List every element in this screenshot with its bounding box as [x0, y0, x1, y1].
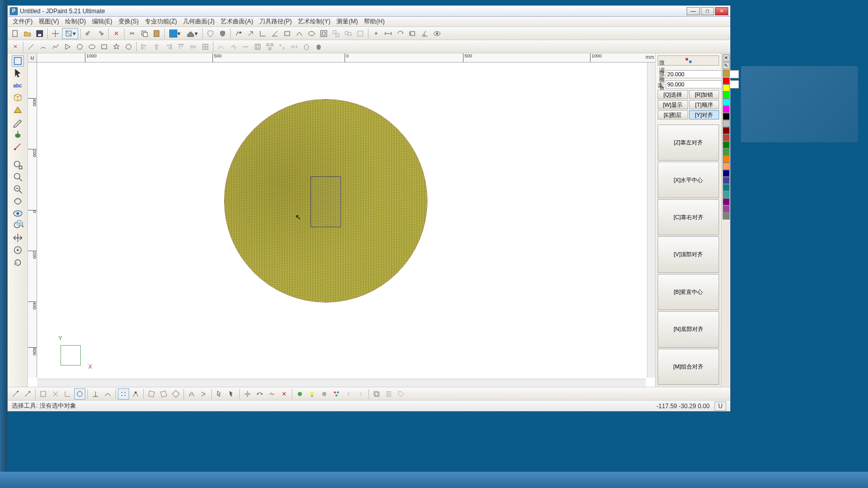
- layer-bulb-icon[interactable]: [306, 388, 318, 400]
- inset-rect-icon[interactable]: [318, 28, 329, 39]
- mirror-v-icon[interactable]: [198, 388, 209, 400]
- node-snap-icon[interactable]: [130, 388, 141, 400]
- close-doc-icon[interactable]: ✕: [10, 41, 21, 52]
- pick-arrow-fill-icon[interactable]: [226, 388, 237, 400]
- 3d-box-icon[interactable]: [12, 92, 24, 103]
- btn-align-left[interactable]: [Z]靠左对齐: [658, 125, 719, 161]
- bool-union-icon[interactable]: [301, 41, 312, 52]
- palette-close-icon[interactable]: ✕: [723, 54, 730, 62]
- color-swatch[interactable]: [723, 184, 730, 191]
- grid2-icon[interactable]: [252, 41, 263, 52]
- explode-icon[interactable]: [242, 388, 253, 400]
- snap-x-icon[interactable]: [50, 388, 61, 400]
- color-swatch[interactable]: [723, 113, 730, 120]
- zoom-out-icon[interactable]: [12, 184, 24, 195]
- color-swatch[interactable]: [723, 205, 730, 212]
- vertical-ruler[interactable]: 400 200 0 200 400 600: [28, 63, 37, 378]
- titlebar[interactable]: P Untitled - JDPaint 5.21 Ultimate — □ ✕: [8, 6, 730, 17]
- zoom-sel-icon[interactable]: 🔍: [12, 220, 24, 231]
- btn-q-select[interactable]: [Q]选择: [658, 90, 688, 99]
- align-right-icon[interactable]: [163, 41, 174, 52]
- rect-tool-icon[interactable]: [282, 28, 293, 39]
- circle-icon[interactable]: [74, 41, 85, 52]
- btn-e-layer[interactable]: [E]图层: [658, 110, 688, 119]
- menu-pro[interactable]: 专业功能(Z): [142, 16, 180, 27]
- menu-transform[interactable]: 变换(S): [115, 16, 142, 27]
- snap-corner-icon[interactable]: [62, 388, 73, 400]
- mirror-h-icon[interactable]: [186, 388, 197, 400]
- dim-angle-icon[interactable]: [419, 28, 430, 39]
- shield-outline-icon[interactable]: [205, 28, 216, 39]
- color-swatch[interactable]: [723, 141, 730, 148]
- arrow-ne-icon[interactable]: [245, 28, 256, 39]
- stack-icon[interactable]: [371, 388, 382, 400]
- color-swatch[interactable]: [723, 77, 730, 84]
- shape-tool-icon[interactable]: [12, 104, 24, 115]
- layer-dots-icon[interactable]: [331, 388, 342, 400]
- dist-h-icon[interactable]: [289, 41, 300, 52]
- rectangle-icon[interactable]: [99, 41, 110, 52]
- color-swatch[interactable]: [723, 163, 730, 170]
- align-top-icon[interactable]: [175, 41, 187, 52]
- pencil-tool-icon[interactable]: [12, 116, 24, 128]
- ellipse-icon[interactable]: [86, 41, 98, 52]
- rotate-c-icon[interactable]: [170, 388, 181, 400]
- layer-gray-icon[interactable]: [319, 388, 330, 400]
- color-swatch[interactable]: [723, 191, 730, 198]
- group-b-icon[interactable]: [343, 28, 354, 39]
- align-left-icon[interactable]: [139, 41, 150, 52]
- menu-file[interactable]: 文件(F): [10, 16, 36, 27]
- zoom-in-icon[interactable]: [12, 171, 24, 182]
- menu-geom-surface[interactable]: 几何曲面(J): [180, 16, 218, 27]
- snap-circle-icon[interactable]: [74, 388, 85, 400]
- save-file-icon[interactable]: [34, 28, 45, 39]
- group-a-icon[interactable]: [330, 28, 342, 39]
- layer-next-icon[interactable]: [355, 388, 366, 400]
- fill-color-icon[interactable]: ▾: [167, 28, 183, 39]
- color-swatch[interactable]: [723, 198, 730, 205]
- angle-icon[interactable]: [257, 28, 268, 39]
- ruler-corner[interactable]: U: [28, 53, 37, 63]
- polyline-icon[interactable]: [50, 41, 61, 52]
- grid-snap-icon[interactable]: [118, 388, 129, 400]
- angle2-icon[interactable]: [269, 28, 281, 39]
- btn-r-lock[interactable]: [R]加锁: [689, 90, 720, 99]
- perpendicular-icon[interactable]: [90, 388, 101, 400]
- list-icon[interactable]: [383, 388, 394, 400]
- menu-edit[interactable]: 编辑(E): [89, 16, 115, 27]
- pan-tool-icon[interactable]: [12, 232, 24, 243]
- refresh-icon[interactable]: [12, 257, 24, 268]
- zoom-all-icon[interactable]: [12, 245, 24, 256]
- break-icon[interactable]: [266, 388, 277, 400]
- ellipse-tool-icon[interactable]: [306, 28, 317, 39]
- cut-icon[interactable]: ✂: [127, 28, 138, 39]
- drawing-canvas[interactable]: ↖ Y X: [37, 63, 646, 378]
- btn-y-align[interactable]: [Y]对齐: [689, 110, 720, 119]
- join-icon[interactable]: [254, 388, 265, 400]
- shield-fill-icon[interactable]: [217, 28, 228, 39]
- curve-tool-icon[interactable]: [294, 28, 305, 39]
- color-swatch[interactable]: [723, 177, 730, 184]
- color-swatch[interactable]: [723, 148, 730, 156]
- btn-align-top[interactable]: [V]顶部对齐: [658, 236, 719, 272]
- color-swatch[interactable]: [723, 99, 730, 106]
- btn-align-combine[interactable]: [M]组合对齐: [658, 349, 719, 385]
- group-c-icon[interactable]: [355, 28, 366, 39]
- color-swatch[interactable]: [723, 84, 730, 92]
- delete-node-icon[interactable]: ✕: [278, 388, 290, 400]
- menu-draw[interactable]: 绘制(D): [62, 16, 89, 27]
- line-icon[interactable]: [25, 41, 37, 52]
- edit-line-icon[interactable]: [10, 388, 21, 400]
- new-file-icon[interactable]: [10, 28, 21, 39]
- color-swatch[interactable]: [723, 106, 730, 113]
- brush-tool-icon[interactable]: [12, 129, 24, 140]
- dim-plus-icon[interactable]: +: [370, 28, 382, 39]
- mesh-icon[interactable]: [264, 41, 275, 52]
- layer-prev-icon[interactable]: [343, 388, 354, 400]
- rotate-a-icon[interactable]: [146, 388, 157, 400]
- arc-icon[interactable]: [38, 41, 49, 52]
- path-c-icon[interactable]: [240, 41, 251, 52]
- measure-tool-icon[interactable]: [12, 141, 24, 152]
- bool-sub-icon[interactable]: [313, 41, 324, 52]
- panel-tab[interactable]: [658, 55, 719, 66]
